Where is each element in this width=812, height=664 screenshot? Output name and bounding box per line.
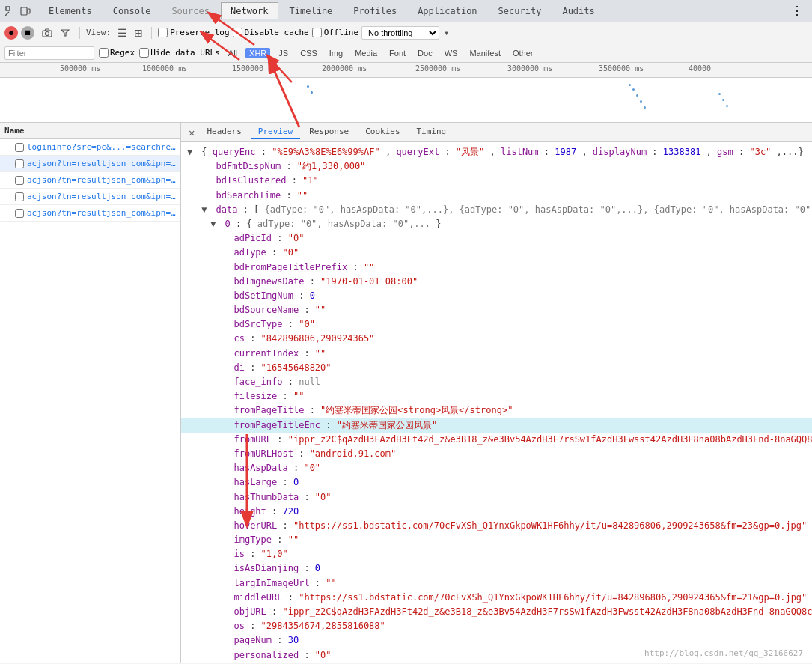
- json-line-bdSearchTime: ▶ bdSearchTime : "": [181, 189, 812, 203]
- hide-data-urls-checkbox[interactable]: Hide data URLs: [139, 48, 220, 58]
- waterfall-dot: [640, 100, 642, 103]
- expand-root[interactable]: ▼: [187, 145, 196, 159]
- ruler-mark-4: 2000000 ms: [322, 64, 367, 73]
- filter-input[interactable]: [4, 46, 94, 60]
- json-line-data-0: ▼ 0 : { adType: "0", hasAspData: "0",...…: [181, 217, 812, 231]
- view-list-button[interactable]: ☰: [115, 26, 129, 40]
- type-btn-manifest[interactable]: Manifest: [465, 48, 504, 58]
- json-line-data: ▼ data : [ {adType: "0", hasAspData: "0"…: [181, 203, 812, 217]
- type-btn-other[interactable]: Other: [509, 48, 537, 58]
- json-line-filesize: ▶ filesize : "": [181, 389, 812, 403]
- type-btn-doc[interactable]: Doc: [414, 48, 436, 58]
- json-line-bdImgnewsDate: ▶ bdImgnewsDate : "1970-01-01 08:00": [181, 275, 812, 289]
- json-line-hasLarge: ▶ hasLarge : 0: [181, 475, 812, 490]
- stop-recording-button[interactable]: ⏹: [21, 26, 34, 40]
- type-btn-font[interactable]: Font: [385, 48, 409, 58]
- json-line-bdFromPageTitlePrefix: ▶ bdFromPageTitlePrefix : "": [181, 261, 812, 275]
- type-btn-js[interactable]: JS: [275, 48, 292, 58]
- tab-sources[interactable]: Sources: [162, 2, 219, 19]
- detail-tab-headers[interactable]: Headers: [199, 125, 248, 139]
- tab-audits[interactable]: Audits: [552, 2, 604, 19]
- request-item[interactable]: logininfo?src=pc&...=searchresult&...: [0, 139, 180, 156]
- waterfall-dot: [307, 85, 309, 88]
- type-btn-ws[interactable]: WS: [441, 48, 462, 58]
- throttle-select[interactable]: No throttling: [361, 26, 439, 40]
- svg-rect-2: [21, 7, 27, 15]
- json-line-fromURLHost: ▶ fromURLHost : "android.91.com": [181, 447, 812, 461]
- filter-icon[interactable]: [57, 25, 73, 41]
- json-root-line: ▼ { queryEnc : "%E9%A3%8E%E6%99%AF" , qu…: [181, 145, 812, 159]
- json-line-currentIndex: ▶ currentIndex : "": [181, 347, 812, 361]
- json-line-hasThumbData: ▶ hasThumbData : "0": [181, 490, 812, 505]
- svg-rect-0: [6, 7, 10, 10]
- waterfall-dot: [311, 91, 313, 94]
- expand-data[interactable]: ▼: [201, 203, 210, 217]
- detail-close-button[interactable]: ✕: [184, 127, 199, 138]
- disable-cache-checkbox[interactable]: Disable cache: [233, 28, 309, 37]
- timeline-ruler: 500000 ms 1000000 ms 1500000 ms 2000000 …: [0, 63, 812, 78]
- tab-timeline[interactable]: Timeline: [280, 2, 343, 19]
- json-line-middleURL: ▶ middleURL : "https://ss1.bdstatic.com/…: [181, 591, 812, 605]
- json-line-bdIsClustered: ▶ bdIsClustered : "1": [181, 174, 812, 188]
- more-tabs-button[interactable]: ⋮: [785, 4, 809, 18]
- tab-console[interactable]: Console: [103, 2, 161, 19]
- device-icon[interactable]: [18, 4, 33, 19]
- type-btn-img[interactable]: Img: [326, 48, 347, 58]
- inspect-icon[interactable]: [3, 4, 18, 19]
- name-column-header: Name: [4, 126, 25, 135]
- expand-data-0[interactable]: ▼: [210, 217, 219, 231]
- type-btn-xhr[interactable]: XHR: [245, 48, 270, 58]
- json-line-personalized: ▶ personalized : "0": [181, 648, 812, 663]
- detail-tab-response[interactable]: Response: [302, 125, 356, 139]
- json-line-objURL: ▶ objURL : "ippr_z2C$qAzdH3FAzdH3Ft42d_z…: [181, 605, 812, 619]
- json-line-hasAspData: ▶ hasAspData : "0": [181, 461, 812, 475]
- json-line-fromPageTitle: ▶ fromPageTitle : "约塞米蒂国家公园<strong>风景</s…: [181, 403, 812, 418]
- record-button[interactable]: ●: [4, 26, 18, 40]
- main-area: Name logininfo?src=pc&...=searchresult&.…: [0, 123, 812, 663]
- request-item[interactable]: acjson?tn=resultjson_com&ipn=rj&...: [0, 189, 180, 205]
- camera-icon[interactable]: [39, 25, 55, 41]
- json-line-adPicId: ▶ adPicId : "0": [181, 231, 812, 246]
- json-line-bdSetImgNum: ▶ bdSetImgNum : 0: [181, 289, 812, 303]
- tab-profiles[interactable]: Profiles: [344, 2, 406, 19]
- timeline-area: 500000 ms 1000000 ms 1500000 ms 2000000 …: [0, 63, 812, 123]
- json-line-cs: ▶ cs : "842896806,290924365": [181, 332, 812, 346]
- request-item[interactable]: acjson?tn=resultjson_com&ipn=rj&ct=...: [0, 205, 180, 222]
- timeline-content: [0, 78, 812, 123]
- detail-tab-preview[interactable]: Preview: [251, 125, 300, 139]
- type-btn-media[interactable]: Media: [351, 48, 381, 58]
- json-line-fromURL: ▶ fromURL : "ippr_z2C$qAzdH3FAzdH3Ft42d_…: [181, 433, 812, 447]
- request-item[interactable]: acjson?tn=resultjson_com&ipn=rj&ct=...: [0, 156, 180, 172]
- preserve-log-checkbox[interactable]: Preserve log: [158, 28, 229, 37]
- tab-elements[interactable]: Elements: [39, 2, 102, 19]
- json-line-largInImageUrl: ▶ largInImageUrl : "": [181, 576, 812, 591]
- waterfall-dot: [629, 84, 631, 86]
- request-list: Name logininfo?src=pc&...=searchresult&.…: [0, 123, 181, 663]
- svg-line-1: [5, 12, 9, 16]
- json-line-isAsDianjing: ▶ isAsDianjing : 0: [181, 561, 812, 576]
- json-line-hoverURL: ▶ hoverURL : "https://ss1.bdstatic.com/7…: [181, 519, 812, 533]
- json-line-os: ▶ os : "2984354674,2855816088": [181, 619, 812, 633]
- detail-tab-cookies[interactable]: Cookies: [358, 125, 407, 139]
- detail-content: ▼ { queryEnc : "%E9%A3%8E%E6%99%AF" , qu…: [181, 142, 812, 663]
- detail-panel: ✕ Headers Preview Response Cookies Timin…: [181, 123, 812, 663]
- json-line-pageNum: ▶ pageNum : 30: [181, 633, 812, 648]
- view-label: View:: [86, 28, 111, 37]
- offline-checkbox[interactable]: Offline: [312, 28, 358, 37]
- view-grid-button[interactable]: ⊞: [132, 26, 145, 40]
- filter-bar: Regex Hide data URLs All XHR JS CSS Img …: [0, 43, 812, 63]
- ruler-mark-1: 500000 ms: [60, 64, 100, 73]
- json-line-bdSrcType: ▶ bdSrcType : "0": [181, 317, 812, 332]
- type-btn-css[interactable]: CSS: [296, 48, 321, 58]
- tab-application[interactable]: Application: [408, 2, 486, 19]
- throttle-dropdown-icon[interactable]: ▾: [444, 28, 449, 38]
- request-item[interactable]: acjson?tn=resultjson_com&ipn=rj&...: [0, 172, 180, 189]
- json-line-bdFmtDispNum: ▶ bdFmtDispNum : "约1,330,000": [181, 159, 812, 174]
- detail-tab-timing[interactable]: Timing: [409, 125, 454, 139]
- regex-checkbox[interactable]: Regex: [99, 48, 135, 58]
- waterfall-dot: [726, 105, 728, 107]
- tab-security[interactable]: Security: [489, 2, 552, 19]
- ruler-mark-7: 3500000 ms: [599, 64, 644, 73]
- type-btn-all[interactable]: All: [225, 48, 241, 58]
- tab-network[interactable]: Network: [221, 2, 278, 19]
